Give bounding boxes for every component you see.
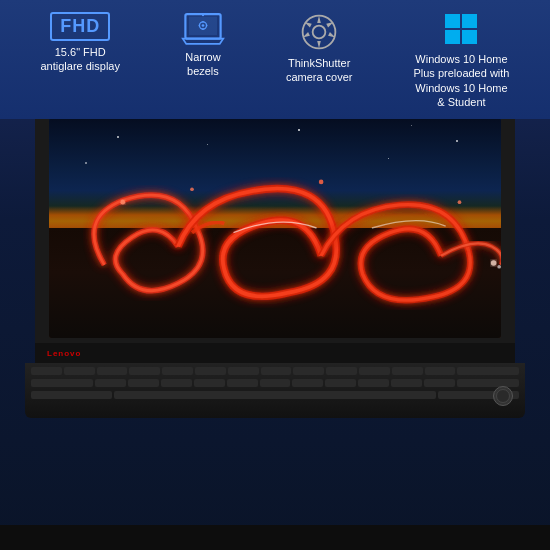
key bbox=[457, 379, 519, 387]
key bbox=[195, 367, 226, 375]
svg-point-11 bbox=[313, 26, 326, 39]
windows-icon bbox=[443, 12, 479, 48]
thinkshutter-label: ThinkShuttercamera cover bbox=[286, 56, 353, 85]
svg-point-18 bbox=[120, 200, 125, 205]
fhd-label: 15.6" FHDantiglare display bbox=[40, 45, 120, 74]
key bbox=[358, 379, 389, 387]
key bbox=[31, 367, 62, 375]
laptop-visual: Lenovo bbox=[0, 100, 550, 550]
key bbox=[424, 379, 455, 387]
screen-content bbox=[49, 118, 501, 338]
svg-point-21 bbox=[458, 200, 462, 204]
laptop-bezel-icon bbox=[181, 12, 225, 46]
svg-point-5 bbox=[202, 24, 205, 27]
laptop-body: Lenovo bbox=[15, 100, 535, 418]
key bbox=[31, 391, 112, 399]
key bbox=[161, 379, 192, 387]
key bbox=[391, 379, 422, 387]
fhd-icon: FHD bbox=[50, 12, 110, 41]
key bbox=[359, 367, 390, 375]
lenovo-logo: Lenovo bbox=[47, 349, 81, 358]
key bbox=[325, 379, 356, 387]
svg-rect-13 bbox=[462, 14, 477, 28]
key bbox=[97, 367, 128, 375]
svg-point-16 bbox=[491, 260, 497, 266]
key bbox=[293, 367, 324, 375]
svg-rect-15 bbox=[462, 30, 477, 44]
key bbox=[31, 379, 93, 387]
feature-fhd: FHD 15.6" FHDantiglare display bbox=[40, 12, 120, 74]
key bbox=[425, 367, 456, 375]
power-button[interactable] bbox=[493, 386, 513, 406]
svg-rect-12 bbox=[445, 14, 460, 28]
key bbox=[162, 367, 193, 375]
windows-label: Windows 10 HomePlus preloaded withWindow… bbox=[413, 52, 509, 109]
screen-bezel bbox=[35, 100, 515, 343]
svg-point-20 bbox=[319, 180, 324, 185]
bottom-strip bbox=[0, 525, 550, 550]
spacebar bbox=[114, 391, 437, 399]
features-bar: FHD 15.6" FHDantiglare display bbox=[0, 0, 550, 119]
svg-point-19 bbox=[190, 187, 194, 191]
light-trails-svg bbox=[49, 118, 501, 338]
key bbox=[95, 379, 126, 387]
laptop-screen bbox=[49, 118, 501, 338]
camera-shutter-icon bbox=[299, 12, 339, 52]
keyboard-row-1 bbox=[25, 363, 525, 375]
svg-point-3 bbox=[202, 14, 204, 16]
svg-point-17 bbox=[497, 265, 501, 269]
key bbox=[129, 367, 160, 375]
key bbox=[326, 367, 357, 375]
key bbox=[261, 367, 292, 375]
keyboard-row-3 bbox=[25, 387, 525, 399]
key bbox=[227, 379, 258, 387]
feature-windows: Windows 10 HomePlus preloaded withWindow… bbox=[413, 12, 509, 109]
key bbox=[194, 379, 225, 387]
key bbox=[128, 379, 159, 387]
product-page: FHD 15.6" FHDantiglare display bbox=[0, 0, 550, 550]
feature-bezels: Narrowbezels bbox=[181, 12, 225, 79]
key bbox=[260, 379, 291, 387]
key bbox=[292, 379, 323, 387]
keyboard-base bbox=[25, 363, 525, 418]
feature-thinkshutter: ThinkShuttercamera cover bbox=[286, 12, 353, 85]
key bbox=[228, 367, 259, 375]
key bbox=[64, 367, 95, 375]
keyboard-row-2 bbox=[25, 375, 525, 387]
bezels-label: Narrowbezels bbox=[185, 50, 220, 79]
key bbox=[392, 367, 423, 375]
svg-rect-14 bbox=[445, 30, 460, 44]
key-wide bbox=[457, 367, 519, 375]
fhd-badge: FHD bbox=[50, 12, 110, 41]
power-button-inner bbox=[496, 389, 510, 403]
lenovo-strip: Lenovo bbox=[35, 343, 515, 363]
